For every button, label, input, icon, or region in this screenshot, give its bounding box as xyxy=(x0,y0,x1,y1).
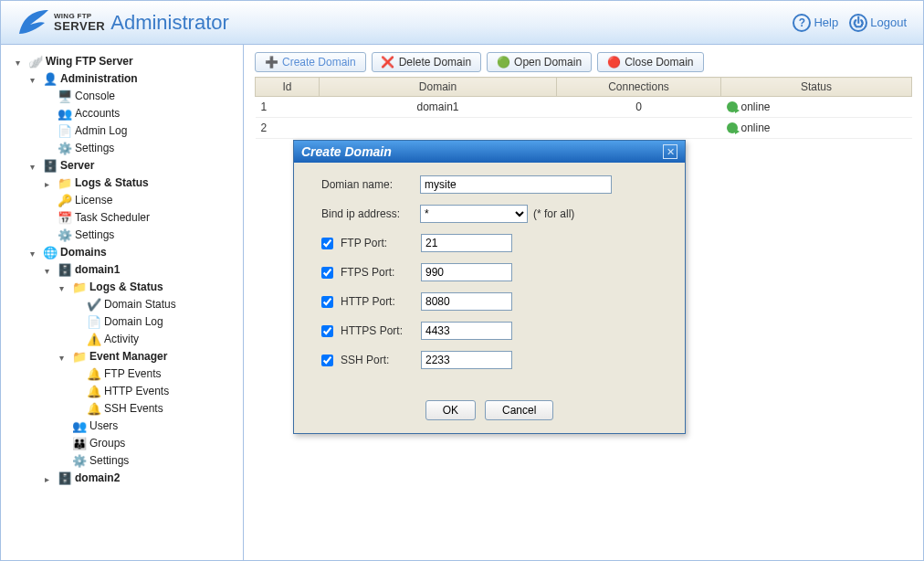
domain-name-input[interactable] xyxy=(420,175,612,194)
tree-d1-logs[interactable]: 📁Logs & Status xyxy=(58,279,239,295)
collapse-icon[interactable] xyxy=(16,57,26,67)
create-domain-button[interactable]: ➕Create Domain xyxy=(255,52,366,72)
event-icon: 🔔 xyxy=(87,384,101,398)
collapse-icon[interactable] xyxy=(30,74,40,84)
online-icon xyxy=(727,122,738,133)
tree-domain-status[interactable]: ✔️Domain Status xyxy=(72,296,239,312)
ssh-port-checkbox[interactable] xyxy=(321,355,333,366)
clock-icon: 📅 xyxy=(58,210,72,225)
logout-label: Logout xyxy=(870,16,907,29)
th-connections[interactable]: Connections xyxy=(557,78,721,97)
console-icon: 🖥️ xyxy=(58,89,72,103)
expand-icon[interactable] xyxy=(45,473,55,483)
close-icon: 🔴 xyxy=(607,56,620,69)
event-icon: 🔔 xyxy=(87,401,101,416)
drive-icon: 🗄️ xyxy=(58,471,72,485)
tree-accounts[interactable]: 👥Accounts xyxy=(43,105,239,122)
app-header: WING FTP SERVER Administrator ? Help ⏻ L… xyxy=(1,1,923,45)
th-domain[interactable]: Domain xyxy=(320,78,557,97)
add-icon: ➕ xyxy=(265,56,278,69)
help-button[interactable]: ? Help xyxy=(793,14,838,32)
log-icon: 📄 xyxy=(58,123,72,138)
logout-button[interactable]: ⏻ Logout xyxy=(849,14,907,32)
tree-domain-log[interactable]: 📄Domain Log xyxy=(72,313,239,330)
expand-icon[interactable] xyxy=(45,178,55,188)
ftps-port-label: FTPS Port: xyxy=(341,266,421,279)
collapse-icon[interactable] xyxy=(45,265,55,275)
ftps-port-input[interactable] xyxy=(421,263,512,281)
ssh-port-label: SSH Port: xyxy=(341,354,421,366)
cancel-button[interactable]: Cancel xyxy=(485,400,553,420)
ftps-port-checkbox[interactable] xyxy=(321,267,333,279)
close-domain-button[interactable]: 🔴Close Domain xyxy=(597,52,703,72)
tree-event-manager[interactable]: 📁Event Manager xyxy=(58,348,239,365)
th-status[interactable]: Status xyxy=(721,78,912,97)
tree-d1-settings[interactable]: ⚙️Settings xyxy=(58,452,239,469)
folder-icon: 📁 xyxy=(58,175,72,190)
tree-ftp-events[interactable]: 🔔FTP Events xyxy=(72,365,239,382)
http-port-input[interactable] xyxy=(421,292,512,311)
tree-root[interactable]: 🪽Wing FTP Server xyxy=(14,53,239,69)
online-icon xyxy=(727,101,738,112)
log-icon: 📄 xyxy=(87,314,101,329)
delete-domain-button[interactable]: ❌Delete Domain xyxy=(372,52,481,72)
domains-table: Id Domain Connections Status 1 domain1 0… xyxy=(255,77,912,139)
gear-icon: ⚙️ xyxy=(58,141,72,155)
cell-connections xyxy=(557,118,721,139)
collapse-icon[interactable] xyxy=(30,161,40,171)
tree-admin-settings[interactable]: ⚙️Settings xyxy=(43,140,239,156)
globe-icon: 🌐 xyxy=(43,245,58,259)
open-icon: 🟢 xyxy=(497,56,509,69)
tree-admin-log[interactable]: 📄Admin Log xyxy=(43,122,239,139)
tree-task-scheduler[interactable]: 📅Task Scheduler xyxy=(43,209,239,226)
tree-administration[interactable]: 👤Administration xyxy=(28,70,239,87)
gear-icon: ⚙️ xyxy=(58,228,72,242)
ssh-port-input[interactable] xyxy=(421,351,512,369)
tree-users[interactable]: 👥Users xyxy=(58,418,239,434)
cell-domain xyxy=(320,118,557,139)
ok-button[interactable]: OK xyxy=(425,400,476,420)
help-label: Help xyxy=(814,16,838,29)
tree-http-events[interactable]: 🔔HTTP Events xyxy=(72,383,239,399)
tree-ssh-events[interactable]: 🔔SSH Events xyxy=(72,400,239,417)
open-domain-button[interactable]: 🟢Open Domain xyxy=(487,52,592,72)
tree-server-settings[interactable]: ⚙️Settings xyxy=(43,227,239,243)
th-id[interactable]: Id xyxy=(256,78,320,97)
tree-server-logs[interactable]: 📁Logs & Status xyxy=(43,175,239,191)
cell-status: online xyxy=(721,97,912,118)
ftp-port-input[interactable] xyxy=(421,234,512,252)
user-icon: 👤 xyxy=(43,71,58,86)
ftp-port-checkbox[interactable] xyxy=(321,238,333,249)
folder-icon: 📁 xyxy=(72,280,87,294)
https-port-input[interactable] xyxy=(421,322,512,340)
nav-tree: 🪽Wing FTP Server 👤Administration 🖥️Conso… xyxy=(1,45,244,560)
http-port-checkbox[interactable] xyxy=(321,296,333,308)
bind-ip-select[interactable]: * xyxy=(420,205,528,223)
app-logo: WING FTP SERVER xyxy=(17,6,105,39)
delete-icon: ❌ xyxy=(382,56,394,69)
dialog-titlebar[interactable]: Create Domain ✕ xyxy=(294,141,685,163)
cell-connections: 0 xyxy=(557,97,721,118)
collapse-icon[interactable] xyxy=(59,352,69,362)
table-row[interactable]: 1 domain1 0 online xyxy=(256,97,912,118)
cell-id: 1 xyxy=(256,97,320,118)
tree-domain1[interactable]: 🗄️domain1 xyxy=(43,261,239,278)
tree-console[interactable]: 🖥️Console xyxy=(43,88,239,104)
collapse-icon[interactable] xyxy=(30,248,40,258)
https-port-checkbox[interactable] xyxy=(321,325,333,337)
bind-ip-label: Bind ip address: xyxy=(321,207,420,220)
users-icon: 👥 xyxy=(72,418,87,433)
tree-activity[interactable]: ⚠️Activity xyxy=(72,331,239,347)
tree-domain2[interactable]: 🗄️domain2 xyxy=(43,470,239,486)
tree-license[interactable]: 🔑License xyxy=(43,192,239,208)
app-title: Administrator xyxy=(110,11,229,35)
cell-status: online xyxy=(721,118,912,139)
tree-groups[interactable]: 👪Groups xyxy=(58,435,239,451)
dialog-close-button[interactable]: ✕ xyxy=(663,144,677,159)
table-row[interactable]: 2 online xyxy=(256,118,912,139)
collapse-icon[interactable] xyxy=(59,282,69,292)
dialog-title-text: Create Domain xyxy=(301,144,392,159)
tree-domains[interactable]: 🌐Domains xyxy=(28,244,239,260)
drive-icon: 🗄️ xyxy=(58,262,72,277)
tree-server[interactable]: 🗄️Server xyxy=(28,157,239,174)
